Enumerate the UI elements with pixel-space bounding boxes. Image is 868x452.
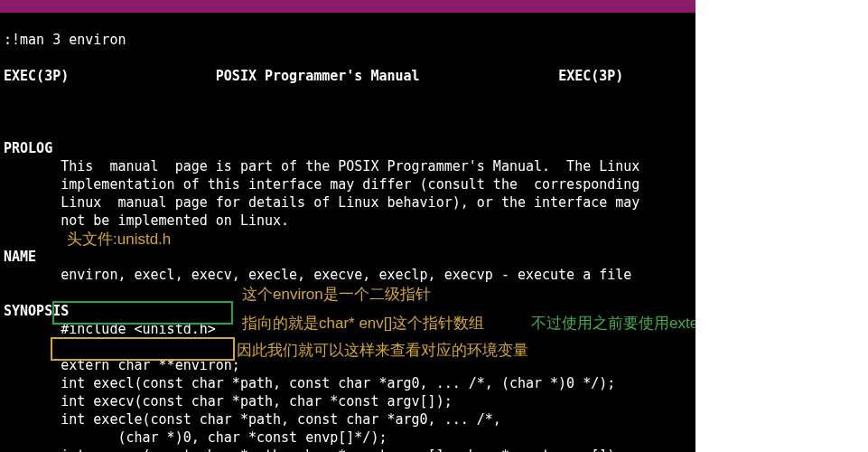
vim-command-line: :!man 3 environ xyxy=(4,32,126,48)
synopsis-fn: int execle(const char *path, const char … xyxy=(4,411,501,428)
synopsis-fn: int execv(const char *path, char *const … xyxy=(4,393,453,410)
name-line: environ, execl, execv, execle, execve, e… xyxy=(4,267,631,283)
annotation-points-to: 指向的就是char* env[]这个指针数组 xyxy=(242,313,484,334)
annotation-pointer-level: 这个environ是一个二级指针 xyxy=(242,284,431,305)
window-titlebar xyxy=(0,0,695,13)
synopsis-fn: int execve(const char *path, char *const… xyxy=(4,447,623,452)
prolog-line: not be implemented on Linux. xyxy=(4,212,289,229)
synopsis-fn: (char *)0, char *const envp[]*/); xyxy=(4,429,387,446)
annotation-therefore: 因此我们就可以这样来查看对应的环境变量 xyxy=(237,340,528,361)
man-header-right: EXEC(3P) xyxy=(558,68,623,84)
prolog-line: Linux manual page for details of Linux b… xyxy=(4,194,639,211)
page-margin xyxy=(695,0,868,452)
prolog-line: implementation of this interface may dif… xyxy=(4,176,639,193)
prolog-line: This manual page is part of the POSIX Pr… xyxy=(4,158,639,174)
section-name: NAME xyxy=(4,249,36,265)
section-prolog: PROLOG xyxy=(4,140,52,156)
synopsis-fn: int execl(const char *path, const char *… xyxy=(4,375,615,391)
highlight-box-include xyxy=(52,301,233,325)
annotation-header-file: 头文件:unistd.h xyxy=(67,229,171,250)
highlight-box-extern xyxy=(51,337,235,361)
man-header-center: POSIX Programmer's Manual xyxy=(216,68,420,84)
man-header-left: EXEC(3P) xyxy=(4,68,69,84)
